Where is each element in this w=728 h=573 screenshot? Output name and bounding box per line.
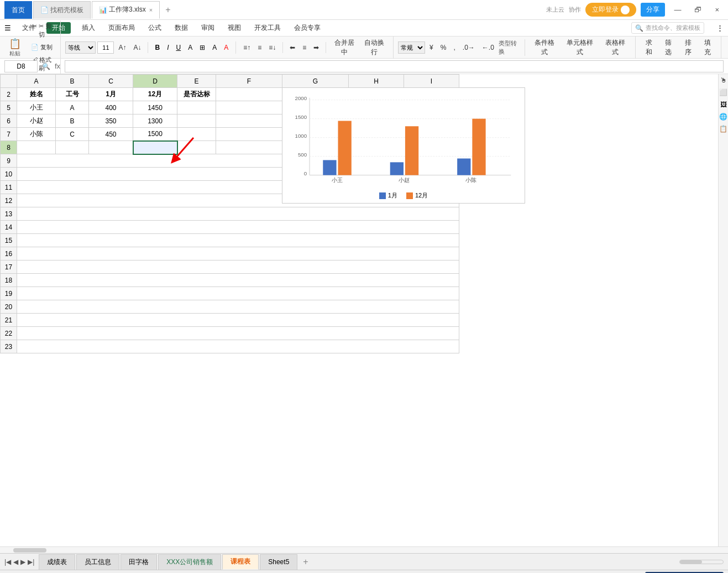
percent-btn[interactable]: % <box>438 42 449 53</box>
cell-C8[interactable] <box>89 141 133 154</box>
sheet-nav-first[interactable]: |◀ <box>4 558 11 566</box>
sheet-tab-1[interactable]: 员工信息 <box>76 554 119 570</box>
cell-B2[interactable]: 工号 <box>56 88 89 101</box>
font-size-down-btn[interactable]: A↓ <box>130 42 144 53</box>
image-icon[interactable]: 🖼 <box>720 101 727 108</box>
currency-btn[interactable]: ¥ <box>427 42 436 53</box>
cell-F7[interactable] <box>216 128 282 141</box>
cell-D5[interactable]: 1450 <box>133 101 177 114</box>
col-header-H[interactable]: H <box>349 75 404 88</box>
cursor-icon[interactable]: 🖱 <box>720 76 727 84</box>
collaborate-btn[interactable]: 协作 <box>569 6 581 14</box>
more-icon[interactable]: ⋮ <box>716 24 724 32</box>
fill-color-btn[interactable]: A <box>210 43 219 53</box>
sheet-scrollbar[interactable] <box>679 560 724 564</box>
menu-dev[interactable]: 开发工具 <box>252 22 283 34</box>
sheet-tab-0[interactable]: 成绩表 <box>39 554 75 570</box>
cell-F5[interactable] <box>216 101 282 114</box>
cell-F6[interactable] <box>216 114 282 128</box>
cell-D8[interactable] <box>133 141 177 154</box>
paste-btn[interactable]: 📋 <box>4 38 25 50</box>
cell-B7[interactable]: C <box>56 128 89 141</box>
col-header-C[interactable]: C <box>89 75 133 88</box>
menu-page-layout[interactable]: 页面布局 <box>106 22 137 34</box>
close-tab-btn[interactable]: × <box>149 7 153 13</box>
comma-btn[interactable]: , <box>451 42 458 53</box>
align-left-btn[interactable]: ⬅ <box>287 42 298 53</box>
underline-btn[interactable]: U <box>174 43 184 53</box>
search-box[interactable]: 🔍 查找命令、搜索模板 <box>631 22 704 34</box>
border-btn[interactable]: ⊞ <box>197 43 208 53</box>
merge-btn[interactable]: 合并居中 <box>330 37 359 59</box>
strikethrough-btn[interactable]: A <box>185 43 195 53</box>
font-size-up-btn[interactable]: A↑ <box>116 42 129 53</box>
sum-btn[interactable]: 求和 <box>640 37 658 59</box>
tab-template[interactable]: 📄 找稻壳模板 <box>33 1 91 19</box>
sheet-tab-2[interactable]: 田字格 <box>121 554 157 570</box>
sheet-nav[interactable]: |◀ ◀ ▶ ▶| <box>4 558 34 566</box>
cell-A5[interactable]: 小王 <box>17 101 56 114</box>
font-select[interactable]: 等线 <box>65 41 96 54</box>
cell-C5[interactable]: 400 <box>89 101 133 114</box>
decimal-more-btn[interactable]: .0→ <box>460 42 478 53</box>
cell-A2[interactable]: 姓名 <box>17 88 56 101</box>
cell-C6[interactable]: 350 <box>89 114 133 128</box>
clipboard-icon[interactable]: 📋 <box>719 125 727 133</box>
decimal-less-btn[interactable]: ←.0 <box>479 42 497 53</box>
italic-btn[interactable]: I <box>164 43 171 53</box>
cell-A8[interactable] <box>17 141 56 154</box>
cell-C7[interactable]: 450 <box>89 128 133 141</box>
sort-btn[interactable]: 排序 <box>679 37 696 59</box>
filter-btn[interactable]: 筛选 <box>659 37 677 59</box>
col-header-E[interactable]: E <box>177 75 216 88</box>
align-top-btn[interactable]: ≡↑ <box>240 42 253 53</box>
cell-style-btn[interactable]: 单元格样式 <box>562 37 599 59</box>
sheet-nav-last[interactable]: ▶| <box>28 558 34 566</box>
copy-btn[interactable]: 📄 复制 <box>27 41 56 53</box>
cell-D2[interactable]: 12月 <box>133 88 177 101</box>
sheet-tab-3[interactable]: XXX公司销售额 <box>158 554 221 570</box>
sheet-tab-4[interactable]: 课程表 <box>222 554 259 570</box>
formula-input[interactable] <box>65 60 724 72</box>
col-header-F[interactable]: F <box>216 75 282 88</box>
cell-B8[interactable] <box>56 141 89 154</box>
number-format-select[interactable]: 常规 <box>398 41 425 54</box>
cell-ref-input[interactable] <box>4 60 38 72</box>
cell-E2[interactable]: 是否达标 <box>177 88 216 101</box>
horizontal-scrollbar[interactable] <box>0 546 728 553</box>
bold-btn[interactable]: B <box>152 43 163 53</box>
select-icon[interactable]: ⬜ <box>719 88 727 96</box>
auto-wrap-btn[interactable]: 自动换行 <box>360 37 389 59</box>
sheet-scroll-thumb[interactable] <box>680 560 702 564</box>
cell-A6[interactable]: 小赵 <box>17 114 56 128</box>
maximize-btn[interactable]: 🗗 <box>690 3 706 16</box>
cell-E8[interactable] <box>177 141 216 154</box>
add-sheet-btn[interactable]: + <box>298 556 312 568</box>
cell-A7[interactable]: 小陈 <box>17 128 56 141</box>
sheet-nav-next[interactable]: ▶ <box>20 558 25 566</box>
font-size-input[interactable] <box>97 41 114 54</box>
menu-data[interactable]: 数据 <box>172 22 190 34</box>
menu-insert[interactable]: 插入 <box>80 22 97 34</box>
cell-E5[interactable] <box>177 101 216 114</box>
font-color-btn[interactable]: A <box>221 43 231 53</box>
cell-B6[interactable]: B <box>56 114 89 128</box>
tab-excel[interactable]: 📊 工作簿3.xlsx × <box>92 1 160 19</box>
cond-format-btn[interactable]: 条件格式 <box>530 37 560 59</box>
sheet-tab-5[interactable]: Sheet5 <box>260 554 297 570</box>
col-header-I[interactable]: I <box>404 75 459 88</box>
align-right-btn[interactable]: ➡ <box>311 42 322 53</box>
col-header-D[interactable]: D <box>133 75 177 88</box>
col-header-A[interactable]: A <box>17 75 56 88</box>
cut-btn[interactable]: ✂ ✂ 剪切 <box>27 20 56 40</box>
close-window-btn[interactable]: × <box>710 3 724 16</box>
menu-member[interactable]: 会员专享 <box>292 22 323 34</box>
col-header-B[interactable]: B <box>56 75 89 88</box>
menu-view[interactable]: 视图 <box>226 22 243 34</box>
menu-formula[interactable]: 公式 <box>146 22 164 34</box>
share-button[interactable]: 分享 <box>641 3 665 17</box>
login-button[interactable]: 立即登录 <box>585 3 636 17</box>
cell-F8[interactable] <box>216 141 282 154</box>
fill-btn[interactable]: 填充 <box>699 37 716 59</box>
add-tab-btn[interactable]: + <box>161 3 175 17</box>
